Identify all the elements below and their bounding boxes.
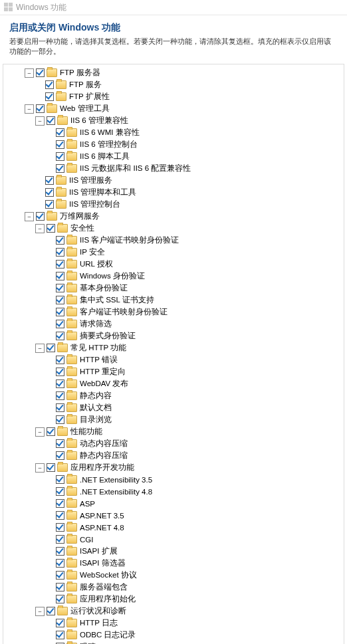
collapse-icon[interactable]: −	[25, 104, 34, 114]
feature-checkbox[interactable]	[56, 332, 64, 340]
feature-checkbox[interactable]	[56, 571, 64, 580]
tree-node[interactable]: IIS 管理脚本和工具	[5, 187, 342, 199]
feature-checkbox[interactable]	[56, 284, 64, 292]
feature-checkbox[interactable]	[36, 104, 45, 113]
tree-node[interactable]: 服务器端包含	[5, 582, 342, 593]
tree-node[interactable]: IIS 元数据库和 IIS 6 配置兼容性	[5, 163, 342, 175]
tree-node[interactable]: WebSocket 协议	[5, 570, 342, 582]
feature-checkbox[interactable]	[56, 487, 64, 496]
tree-node[interactable]: −FTP 服务器	[5, 67, 342, 79]
tree-node[interactable]: −性能功能	[5, 426, 342, 438]
tree-node[interactable]: ASP	[5, 498, 342, 510]
tree-node[interactable]: 动态内容压缩	[5, 438, 342, 450]
collapse-icon[interactable]: −	[35, 463, 45, 473]
collapse-icon[interactable]: −	[35, 116, 45, 126]
feature-checkbox[interactable]	[56, 415, 64, 424]
tree-node[interactable]: 默认文档	[5, 402, 342, 414]
feature-checkbox[interactable]	[56, 140, 64, 149]
collapse-icon[interactable]: −	[35, 607, 45, 616]
tree-node[interactable]: IIS 管理服务	[5, 175, 342, 187]
tree-node[interactable]: HTTP 日志	[5, 617, 342, 629]
tree-node[interactable]: 基本身份验证	[5, 282, 342, 294]
feature-checkbox[interactable]	[56, 391, 64, 400]
tree-node[interactable]: .NET Extensibility 4.8	[5, 486, 342, 498]
feature-checkbox[interactable]	[45, 92, 54, 101]
tree-node[interactable]: 静态内容压缩	[5, 450, 342, 462]
feature-checkbox[interactable]	[56, 260, 64, 268]
tree-node[interactable]: −运行状况和诊断	[5, 605, 342, 617]
feature-checkbox[interactable]	[56, 535, 64, 544]
tree-node[interactable]: IIS 6 WMI 兼容性	[5, 127, 342, 139]
feature-checkbox[interactable]	[36, 68, 45, 77]
feature-checkbox[interactable]	[45, 188, 54, 197]
tree-node[interactable]: IIS 管理控制台	[5, 199, 342, 211]
tree-node[interactable]: FTP 扩展性	[5, 91, 342, 103]
tree-node[interactable]: Windows 身份验证	[5, 270, 342, 282]
feature-tree[interactable]: −FTP 服务器FTP 服务FTP 扩展性−Web 管理工具−IIS 6 管理兼…	[3, 64, 344, 644]
feature-checkbox[interactable]	[56, 379, 64, 388]
tree-node[interactable]: IIS 6 管理控制台	[5, 139, 342, 151]
feature-checkbox[interactable]	[56, 511, 64, 520]
feature-checkbox[interactable]	[56, 403, 64, 412]
tree-node[interactable]: HTTP 错误	[5, 354, 342, 366]
collapse-icon[interactable]: −	[35, 427, 45, 437]
tree-node[interactable]: 跟踪	[5, 641, 342, 644]
feature-checkbox[interactable]	[56, 272, 64, 280]
tree-node[interactable]: IIS 客户端证书映射身份验证	[5, 235, 342, 247]
feature-checkbox[interactable]	[47, 224, 55, 233]
feature-checkbox[interactable]	[56, 164, 64, 173]
tree-node[interactable]: 客户端证书映射身份验证	[5, 306, 342, 318]
tree-node[interactable]: −万维网服务	[5, 211, 342, 223]
tree-node[interactable]: 请求筛选	[5, 318, 342, 330]
tree-node[interactable]: 摘要式身份验证	[5, 330, 342, 342]
feature-checkbox[interactable]	[47, 607, 55, 615]
feature-checkbox[interactable]	[56, 595, 64, 603]
feature-checkbox[interactable]	[56, 619, 64, 627]
feature-checkbox[interactable]	[56, 356, 64, 364]
tree-node[interactable]: HTTP 重定向	[5, 366, 342, 378]
feature-checkbox[interactable]	[47, 344, 55, 352]
feature-checkbox[interactable]	[45, 200, 54, 209]
feature-checkbox[interactable]	[45, 176, 54, 185]
feature-checkbox[interactable]	[47, 463, 55, 472]
tree-node[interactable]: −应用程序开发功能	[5, 462, 342, 474]
tree-node[interactable]: URL 授权	[5, 259, 342, 270]
tree-node[interactable]: ISAPI 扩展	[5, 546, 342, 558]
collapse-icon[interactable]: −	[25, 68, 34, 78]
feature-checkbox[interactable]	[56, 499, 64, 508]
collapse-icon[interactable]: −	[35, 224, 45, 233]
feature-checkbox[interactable]	[56, 296, 64, 304]
feature-checkbox[interactable]	[56, 559, 64, 568]
tree-node[interactable]: IP 安全	[5, 247, 342, 259]
feature-checkbox[interactable]	[56, 236, 64, 245]
tree-node[interactable]: ASP.NET 4.8	[5, 522, 342, 534]
feature-checkbox[interactable]	[56, 583, 64, 591]
tree-node[interactable]: ODBC 日志记录	[5, 629, 342, 641]
feature-checkbox[interactable]	[47, 427, 55, 436]
tree-node[interactable]: −常见 HTTP 功能	[5, 342, 342, 354]
feature-checkbox[interactable]	[56, 152, 64, 161]
feature-checkbox[interactable]	[56, 248, 64, 257]
tree-node[interactable]: ISAPI 筛选器	[5, 558, 342, 570]
feature-checkbox[interactable]	[45, 80, 54, 89]
tree-node[interactable]: 静态内容	[5, 390, 342, 402]
tree-node[interactable]: FTP 服务	[5, 79, 342, 91]
tree-node[interactable]: 集中式 SSL 证书支持	[5, 294, 342, 306]
feature-checkbox[interactable]	[56, 439, 64, 448]
tree-node[interactable]: −安全性	[5, 223, 342, 235]
collapse-icon[interactable]: −	[25, 212, 34, 221]
feature-checkbox[interactable]	[56, 631, 64, 639]
tree-node[interactable]: ASP.NET 3.5	[5, 510, 342, 522]
tree-node[interactable]: .NET Extensibility 3.5	[5, 474, 342, 486]
feature-checkbox[interactable]	[56, 128, 64, 137]
feature-checkbox[interactable]	[36, 212, 45, 221]
feature-checkbox[interactable]	[56, 451, 64, 460]
tree-node[interactable]: 应用程序初始化	[5, 593, 342, 605]
tree-node[interactable]: 目录浏览	[5, 414, 342, 426]
tree-node[interactable]: WebDAV 发布	[5, 378, 342, 390]
feature-checkbox[interactable]	[56, 368, 64, 376]
feature-checkbox[interactable]	[56, 320, 64, 328]
feature-checkbox[interactable]	[56, 523, 64, 532]
feature-checkbox[interactable]	[56, 475, 64, 484]
feature-checkbox[interactable]	[47, 116, 55, 125]
